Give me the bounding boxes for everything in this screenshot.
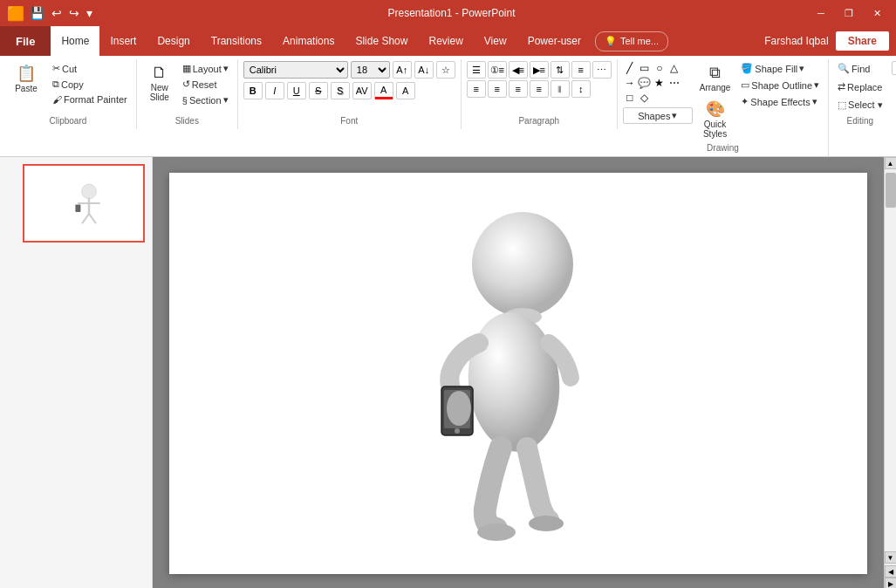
highlight-button[interactable]: A: [396, 82, 415, 99]
tell-me-button[interactable]: 💡 Tell me...: [595, 31, 668, 51]
replace-button[interactable]: ⇄ Replace: [834, 79, 886, 94]
indent-more-button[interactable]: ▶≡: [530, 61, 549, 79]
shape-line[interactable]: ╱: [623, 61, 637, 75]
redo-button[interactable]: ↪: [67, 4, 81, 22]
shape-arrow[interactable]: →: [623, 76, 637, 90]
shape-more[interactable]: ⋯: [667, 76, 681, 90]
share-button[interactable]: Share: [836, 31, 889, 51]
shape-star[interactable]: ★: [653, 76, 667, 90]
bold-button[interactable]: B: [243, 82, 263, 99]
scroll-down-button[interactable]: ▼: [885, 551, 897, 564]
numbering-button[interactable]: ①≡: [488, 61, 507, 79]
shape-outline-button[interactable]: ▭ Shape Outline ▾: [737, 78, 823, 92]
scroll-up-button[interactable]: ▲: [885, 157, 897, 169]
shape-oval[interactable]: ○: [653, 61, 667, 75]
shape-9[interactable]: □: [623, 91, 637, 105]
strikethrough-button[interactable]: S: [309, 82, 328, 99]
minimize-button[interactable]: ─: [809, 4, 833, 22]
paragraph-label: Paragraph: [467, 114, 612, 127]
poweruser-tab[interactable]: Power-user: [517, 26, 592, 56]
shape-rect[interactable]: ▭: [638, 61, 652, 75]
shapes-button[interactable]: Shapes ▾: [623, 107, 693, 124]
reset-button[interactable]: ↺ Reset: [179, 77, 232, 92]
animations-tab[interactable]: Animations: [272, 26, 345, 56]
review-tab[interactable]: Review: [418, 26, 473, 56]
paste-icon: 📋: [17, 64, 36, 83]
char-spacing-button[interactable]: AV: [352, 82, 372, 99]
select-button[interactable]: ⬚ Select ▾: [834, 98, 886, 113]
section-button[interactable]: § Section ▾: [179, 92, 232, 107]
clipboard-sub: ✂ Cut ⧉ Copy 🖌 Format Painter: [49, 61, 131, 106]
indent-less-button[interactable]: ◀≡: [509, 61, 528, 79]
clear-format-button[interactable]: ☆: [436, 61, 455, 79]
align-center-button[interactable]: ≡: [488, 80, 507, 98]
quick-styles-icon: 🎨: [706, 99, 725, 119]
format-painter-button[interactable]: 🖌 Format Painter: [49, 92, 131, 106]
justify-button[interactable]: ≡: [530, 80, 549, 98]
file-menu[interactable]: File: [0, 26, 51, 56]
font-color-button[interactable]: A: [374, 82, 393, 99]
slideshow-tab[interactable]: Slide Show: [345, 26, 418, 56]
slide-thumbnail-1[interactable]: 1: [23, 164, 145, 243]
insert-tab[interactable]: Insert: [99, 26, 147, 56]
shape-effects-icon: ✦: [741, 96, 749, 107]
convert-smartart-button[interactable]: ⋯: [592, 61, 612, 79]
arrange-icon: ⧉: [709, 64, 721, 82]
vertical-scrollbar[interactable]: ▲ ▼ ◀ ▶: [884, 157, 896, 588]
scroll-extra2-button[interactable]: ▶: [885, 578, 897, 588]
decrease-font-button[interactable]: A↓: [414, 61, 434, 79]
slide-canvas[interactable]: [153, 157, 884, 588]
design-tab[interactable]: Design: [147, 26, 200, 56]
italic-button[interactable]: I: [265, 82, 284, 99]
home-tab[interactable]: Home: [51, 26, 99, 56]
title-bar-left: 🟧 💾 ↩ ↪ ▾: [7, 4, 94, 22]
layout-button[interactable]: ▦ Layout ▾: [179, 61, 232, 76]
align-left-button[interactable]: ≡: [467, 80, 486, 98]
font-size-select[interactable]: 18: [351, 61, 390, 79]
shape-fill-button[interactable]: 🪣 Shape Fill ▾: [737, 61, 823, 76]
new-slide-button[interactable]: 🗋 NewSlide: [142, 61, 177, 105]
shapes-col: ╱ ▭ ○ △ → 💬 ★ ⋯ □ ◇ Shapes ▾: [623, 61, 693, 124]
clipboard-group: 📋 Paste ✂ Cut ⧉ Copy 🖌 Format Painter Cl…: [0, 59, 137, 129]
font-face-select[interactable]: Calibri: [243, 61, 348, 79]
align-text-button[interactable]: ≡: [571, 61, 591, 79]
line-spacing-button[interactable]: ↕: [571, 80, 591, 98]
arrange-col: ⧉ Arrange 🎨 QuickStyles: [694, 61, 736, 141]
columns-button[interactable]: ⫴: [551, 80, 570, 98]
layout-icon: ▦: [182, 63, 191, 74]
customize-button[interactable]: ▾: [85, 4, 94, 22]
transitions-tab[interactable]: Transitions: [201, 26, 272, 56]
save-button[interactable]: 💾: [28, 4, 46, 22]
paste-button[interactable]: 📋 Paste: [5, 61, 47, 96]
thumbnail-svg: [49, 177, 119, 229]
svg-point-0: [82, 184, 97, 199]
tell-me-text: Tell me...: [620, 36, 659, 46]
editing-label: Editing: [834, 114, 886, 127]
underline-button[interactable]: U: [287, 82, 306, 99]
scroll-extra1-button[interactable]: ◀: [885, 565, 897, 578]
text-direction-button[interactable]: ⇅: [551, 61, 570, 79]
undo-button[interactable]: ↩: [50, 4, 64, 22]
quick-styles-button[interactable]: 🎨 QuickStyles: [694, 97, 736, 141]
shape-callout[interactable]: 💬: [638, 76, 652, 90]
slides-group: 🗋 NewSlide ▦ Layout ▾ ↺ Reset § Section …: [137, 59, 238, 129]
bullets-button[interactable]: ☰: [467, 61, 486, 79]
reset-icon: ↺: [182, 79, 190, 90]
shape-effects-button[interactable]: ✦ Shape Effects ▾: [737, 94, 823, 109]
increase-font-button[interactable]: A↑: [393, 61, 412, 79]
shadow-button[interactable]: S: [331, 82, 350, 99]
restore-button[interactable]: ❐: [837, 4, 861, 22]
close-button[interactable]: ✕: [865, 4, 889, 22]
shape-10[interactable]: ◇: [638, 91, 652, 105]
find-button[interactable]: 🔍 Find: [834, 61, 886, 76]
scroll-thumb[interactable]: [886, 173, 896, 208]
shape-tri[interactable]: △: [667, 61, 681, 75]
copy-button[interactable]: ⧉ Copy: [49, 77, 131, 92]
align-right-button[interactable]: ≡: [509, 80, 528, 98]
collapse-ribbon-button[interactable]: ▲: [892, 61, 896, 75]
cut-button[interactable]: ✂ Cut: [49, 61, 131, 76]
arrange-button[interactable]: ⧉ Arrange: [694, 61, 736, 95]
para-row2: ≡ ≡ ≡ ≡ ⫴ ↕: [467, 80, 591, 98]
svg-point-14: [529, 516, 564, 531]
view-tab[interactable]: View: [474, 26, 517, 56]
